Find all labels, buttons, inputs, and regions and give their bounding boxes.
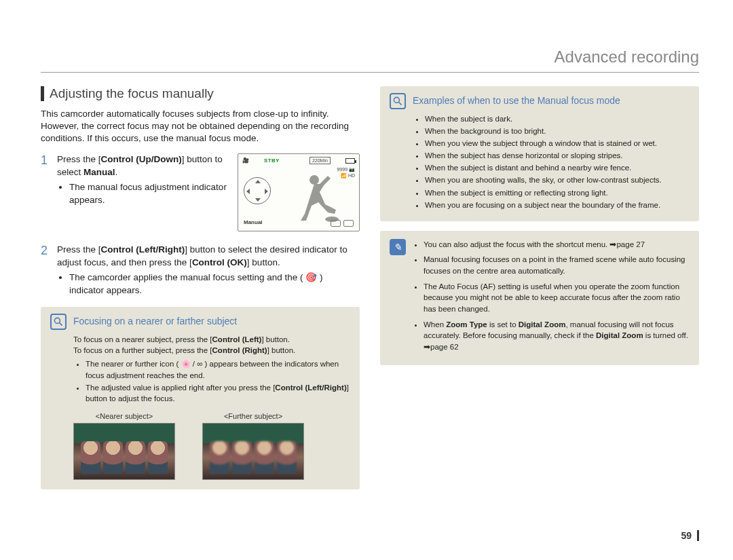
callout-nearer-farther: Focusing on a nearer or farther subject … [41,307,360,489]
section-title: Adjusting the focus manually [41,86,360,101]
magnifier-icon [50,314,67,330]
list-item: When you are focusing on a subject near … [425,200,690,210]
callout-examples: Examples of when to use the Manual focus… [380,86,699,221]
callout-title: Examples of when to use the Manual focus… [413,93,620,106]
page-number: 59 [681,530,699,541]
svg-point-0 [309,175,319,185]
list-item: When Zoom Type is set to Digital Zoom, m… [424,319,690,353]
list-item: When the subject is dark. [425,113,690,124]
further-label: <Further subject> [202,412,304,420]
svg-line-3 [60,323,62,326]
list-item: The adjusted value is applied right afte… [86,382,350,404]
control-dial-icon [244,177,271,204]
chapter-title: Advanced recording [41,48,699,73]
list-item: When the background is too bright. [425,126,690,136]
callout-title: Focusing on a nearer or farther subject [73,314,237,326]
lcd-stby: STBY [264,157,280,164]
lcd-count: 9999 [337,167,347,172]
section-intro: This camcorder automatically focuses sub… [41,108,360,145]
lcd-time: 220Min [309,157,331,165]
list-item: When you are shooting walls, the sky, or… [425,174,690,185]
nearer-label: <Nearer subject> [73,412,175,420]
list-item: You can also adjust the focus with the s… [424,239,690,250]
note-block: ✎ You can also adjust the focus with the… [380,231,699,365]
list-item: The Auto Focus (AF) setting is useful wh… [424,281,690,315]
svg-line-5 [399,102,402,105]
step-number: 2 [41,244,50,299]
svg-point-4 [394,97,399,102]
list-item: When the subject is emitting or reflecti… [425,187,690,198]
lcd-mode-label: Manual [244,219,263,226]
svg-point-2 [54,318,60,324]
step-2: 2 Press the [Control (Left/Right)] butto… [41,244,360,299]
list-item: The nearer or further icon ( 🌸 / ∞ ) app… [86,358,350,380]
battery-icon [345,158,355,164]
step-2-bullet: The camcorder applies the manual focus s… [69,272,360,297]
nearer-thumbnail [73,423,175,480]
list-item: Manual focusing focuses on a point in th… [424,254,690,276]
step-number: 1 [41,153,50,237]
magnifier-icon [390,93,406,109]
note-icon: ✎ [390,239,406,255]
kicker-figure-icon [286,172,347,223]
lcd-preview: 🎥 STBY 220Min 9999 📷 📶 HD [238,153,360,231]
list-item: When you view the subject through a wind… [425,138,690,149]
list-item: When the subject is distant and behind a… [425,162,690,173]
list-item: When the subject has dense horizontal or… [425,150,690,161]
step-1: 1 🎥 STBY 220Min 9999 📷 📶 HD [41,153,360,237]
further-thumbnail [202,423,304,480]
